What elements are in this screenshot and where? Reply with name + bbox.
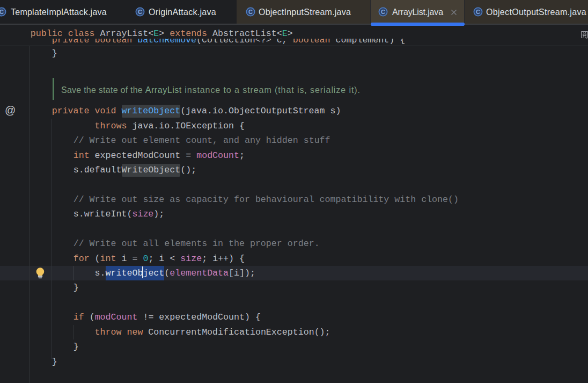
svg-text:C: C: [138, 9, 142, 15]
svg-text:C: C: [381, 9, 385, 15]
svg-text:C: C: [248, 9, 253, 15]
svg-text:C: C: [476, 9, 480, 15]
svg-text:C: C: [0, 9, 4, 15]
